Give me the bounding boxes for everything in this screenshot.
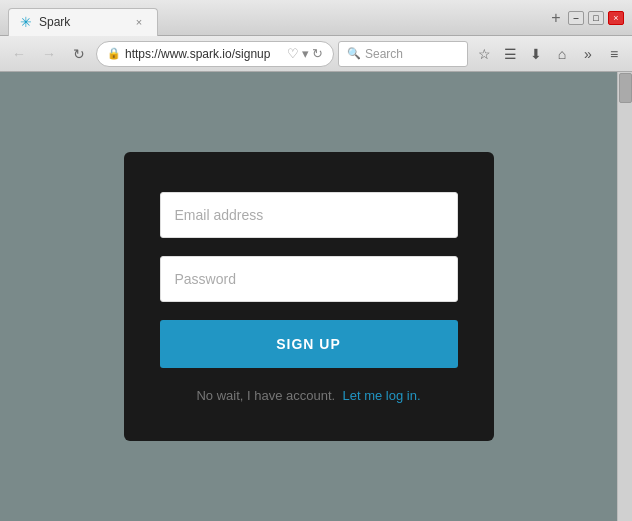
- lock-icon: 🔒: [107, 47, 121, 60]
- new-tab-button[interactable]: +: [544, 6, 568, 30]
- login-text-prefix: No wait, I have account.: [196, 388, 335, 403]
- window-controls: – □ ×: [568, 11, 624, 25]
- download-button[interactable]: ⬇: [524, 42, 548, 66]
- title-bar: ✳ Spark × + – □ ×: [0, 0, 632, 36]
- address-icons: ♡ ▾ ↻: [287, 46, 323, 61]
- minimize-button[interactable]: –: [568, 11, 584, 25]
- home-button[interactable]: ⌂: [550, 42, 574, 66]
- reload-button[interactable]: ↻: [66, 41, 92, 67]
- browser-content-area: SIGN UP No wait, I have account. Let me …: [0, 72, 632, 521]
- email-input[interactable]: [160, 192, 458, 238]
- tab-close-button[interactable]: ×: [131, 14, 147, 30]
- browser-tab[interactable]: ✳ Spark ×: [8, 8, 158, 36]
- browser-window: ✳ Spark × + – □ × ← → ↻ 🔒 https://www.sp…: [0, 0, 632, 521]
- page-content: SIGN UP No wait, I have account. Let me …: [0, 72, 617, 521]
- address-bar[interactable]: 🔒 https://www.spark.io/signup ♡ ▾ ↻: [96, 41, 334, 67]
- signup-card: SIGN UP No wait, I have account. Let me …: [124, 152, 494, 442]
- search-icon: 🔍: [347, 47, 361, 60]
- forward-button[interactable]: →: [36, 41, 62, 67]
- bookmark-heart-icon[interactable]: ♡: [287, 46, 299, 61]
- password-input[interactable]: [160, 256, 458, 302]
- star-button[interactable]: ☆: [472, 42, 496, 66]
- scrollbar[interactable]: [617, 72, 632, 521]
- scrollbar-thumb[interactable]: [619, 73, 632, 103]
- nav-icon-group: ☆ ☰ ⬇ ⌂ » ≡: [472, 42, 626, 66]
- login-link-area: No wait, I have account. Let me log in.: [196, 386, 420, 406]
- reload-small-icon[interactable]: ↻: [312, 46, 323, 61]
- dropdown-icon[interactable]: ▾: [302, 46, 309, 61]
- signup-button[interactable]: SIGN UP: [160, 320, 458, 368]
- tab-title: Spark: [39, 15, 125, 29]
- login-link[interactable]: Let me log in.: [342, 388, 420, 403]
- maximize-button[interactable]: □: [588, 11, 604, 25]
- back-button[interactable]: ←: [6, 41, 32, 67]
- search-bar[interactable]: 🔍 Search: [338, 41, 468, 67]
- search-placeholder: Search: [365, 47, 403, 61]
- nav-bar: ← → ↻ 🔒 https://www.spark.io/signup ♡ ▾ …: [0, 36, 632, 72]
- reader-button[interactable]: ☰: [498, 42, 522, 66]
- close-button[interactable]: ×: [608, 11, 624, 25]
- more-nav-button[interactable]: »: [576, 42, 600, 66]
- url-text: https://www.spark.io/signup: [125, 47, 283, 61]
- menu-button[interactable]: ≡: [602, 42, 626, 66]
- tab-favicon-icon: ✳: [19, 15, 33, 29]
